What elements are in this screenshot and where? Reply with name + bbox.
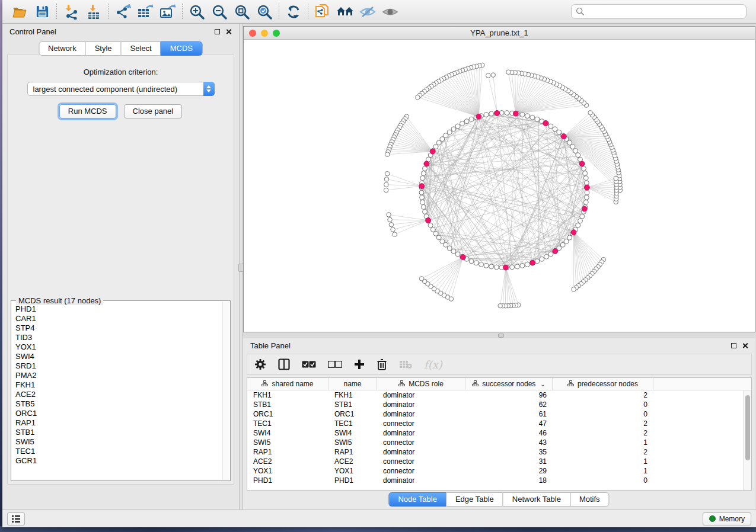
network-node[interactable] <box>578 219 583 223</box>
close-panel-icon[interactable] <box>225 28 232 35</box>
table-scrollbar[interactable] <box>743 390 751 490</box>
tab-select[interactable]: Select <box>121 41 161 56</box>
network-document-icon[interactable] <box>311 2 334 21</box>
table-cell[interactable]: YOX1 <box>247 466 328 476</box>
table-cell[interactable]: FKH1 <box>247 390 328 400</box>
result-list-item[interactable]: CAR1 <box>15 314 222 323</box>
column-header-shared-name[interactable]: shared name <box>247 378 328 390</box>
import-table-icon[interactable] <box>82 2 105 21</box>
table-row[interactable]: PHD1PHD1dominator180 <box>247 476 751 485</box>
table-cell[interactable]: SWI5 <box>328 438 377 447</box>
network-node[interactable] <box>535 259 540 264</box>
network-node[interactable] <box>460 121 464 126</box>
network-node[interactable] <box>387 213 391 217</box>
network-node[interactable] <box>557 130 562 134</box>
result-list-item[interactable]: YOX1 <box>15 342 222 352</box>
result-list-item[interactable]: STB5 <box>15 399 222 409</box>
table-cell[interactable]: 43 <box>465 438 553 447</box>
network-node[interactable] <box>525 262 529 267</box>
table-cell[interactable]: 61 <box>465 409 553 419</box>
table-cell[interactable]: 18 <box>465 476 553 485</box>
dominator-node[interactable] <box>582 206 587 211</box>
result-list-scrollbar[interactable] <box>222 302 229 480</box>
table-row[interactable]: ORC1ORC1dominator610 <box>247 409 751 419</box>
network-node[interactable] <box>474 261 479 265</box>
network-node[interactable] <box>464 119 469 124</box>
network-node[interactable] <box>573 149 578 153</box>
table-cell[interactable]: connector <box>377 466 465 476</box>
table-cell[interactable]: dominator <box>377 476 465 485</box>
import-network-icon[interactable] <box>60 2 82 21</box>
network-node[interactable] <box>384 182 389 187</box>
network-node[interactable] <box>469 259 474 264</box>
export-network-icon[interactable] <box>111 2 134 21</box>
dominator-node[interactable] <box>430 149 435 154</box>
table-cell[interactable]: ORC1 <box>247 409 328 419</box>
dominator-node[interactable] <box>419 184 425 189</box>
network-node[interactable] <box>444 242 448 247</box>
network-node[interactable] <box>510 265 515 270</box>
gear-icon[interactable] <box>254 358 266 370</box>
network-node[interactable] <box>385 171 390 176</box>
table-cell[interactable]: RAP1 <box>328 447 377 457</box>
network-node[interactable] <box>423 166 428 171</box>
tab-motifs[interactable]: Motifs <box>570 492 610 507</box>
table-cell[interactable]: 0 <box>553 400 653 409</box>
table-cell[interactable]: 2 <box>553 447 653 457</box>
optimization-criterion-select[interactable]: largest connected component (undirected) <box>27 82 215 96</box>
tab-edge-table[interactable]: Edge Table <box>446 492 503 507</box>
run-mcds-button[interactable]: Run MCDS <box>59 104 116 118</box>
network-node[interactable] <box>570 145 575 149</box>
network-node[interactable] <box>548 124 553 129</box>
network-node[interactable] <box>393 232 397 237</box>
network-node[interactable] <box>484 113 489 117</box>
dominator-node[interactable] <box>426 218 431 223</box>
dominator-node[interactable] <box>585 185 590 190</box>
search-field[interactable] <box>571 4 747 19</box>
table-cell[interactable]: 0 <box>553 409 653 419</box>
network-node[interactable] <box>499 111 504 116</box>
network-node[interactable] <box>384 188 388 193</box>
add-column-icon[interactable] <box>354 359 365 370</box>
network-node[interactable] <box>440 137 445 142</box>
table-cell[interactable]: dominator <box>377 400 465 409</box>
table-cell[interactable]: dominator <box>377 390 465 400</box>
table-cell[interactable]: 1 <box>553 457 653 466</box>
network-node[interactable] <box>486 73 491 78</box>
dominator-node[interactable] <box>513 111 519 116</box>
table-cell[interactable]: ACE2 <box>247 457 328 466</box>
network-node[interactable] <box>584 195 589 200</box>
network-node[interactable] <box>540 257 544 261</box>
network-node[interactable] <box>544 254 549 259</box>
export-table-icon[interactable] <box>134 2 157 21</box>
network-node[interactable] <box>584 181 589 185</box>
result-list-item[interactable]: STP4 <box>15 323 222 333</box>
table-cell[interactable]: 2 <box>553 419 653 428</box>
save-session-icon[interactable] <box>31 2 53 21</box>
network-node[interactable] <box>440 239 445 243</box>
column-layout-icon[interactable] <box>278 358 290 370</box>
delete-column-icon[interactable] <box>377 358 387 370</box>
result-list-item[interactable]: SWI4 <box>15 352 222 361</box>
network-node[interactable] <box>583 176 588 181</box>
network-node[interactable] <box>515 264 519 269</box>
table-cell[interactable]: 46 <box>465 428 553 438</box>
dominator-node[interactable] <box>579 161 585 166</box>
result-list-item[interactable]: GCR1 <box>15 456 222 466</box>
network-node[interactable] <box>416 95 420 100</box>
table-row[interactable]: SWI4SWI4dominator462 <box>247 428 751 438</box>
column-header-MCDS-role[interactable]: MCDS role <box>377 378 465 390</box>
network-node[interactable] <box>489 111 494 116</box>
home-neighbors-icon[interactable] <box>334 2 356 21</box>
network-node[interactable] <box>525 114 529 118</box>
network-node[interactable] <box>520 113 525 117</box>
close-panel-button[interactable]: Close panel <box>124 104 183 118</box>
task-history-button[interactable] <box>7 512 25 525</box>
table-cell[interactable]: 96 <box>465 390 553 400</box>
network-node[interactable] <box>560 242 565 247</box>
table-cell[interactable]: connector <box>377 419 465 428</box>
result-list-item[interactable]: ACE2 <box>15 390 222 399</box>
network-node[interactable] <box>419 277 424 281</box>
network-node[interactable] <box>567 235 572 240</box>
network-node[interactable] <box>506 70 511 75</box>
